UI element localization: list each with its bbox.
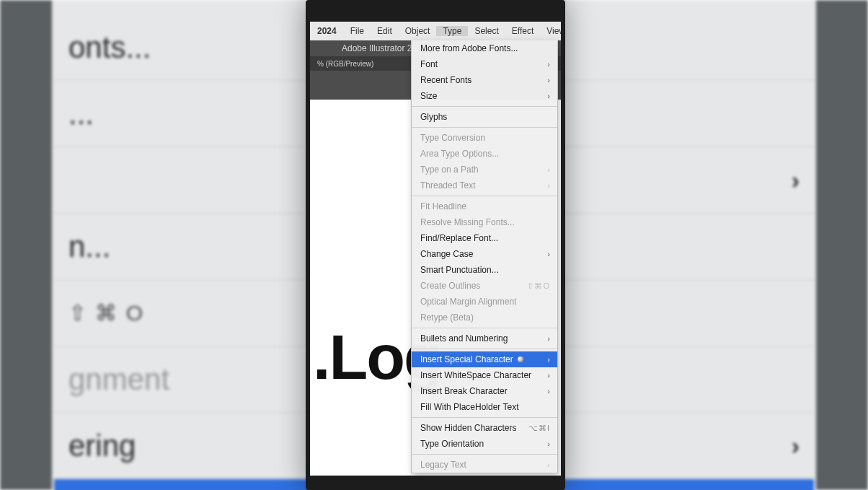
menu-item-label: Type Conversion: [420, 132, 485, 144]
menu-item-label: Glyphs: [420, 111, 447, 123]
app-year: 2024: [310, 26, 344, 36]
menu-item-insert-whitespace-character[interactable]: Insert WhiteSpace Character›: [412, 367, 557, 383]
menu-separator: [412, 106, 557, 107]
menu-separator: [412, 454, 557, 455]
menu-item-label: Optical Margin Alignment: [420, 296, 516, 307]
menu-item-label: Legacy Text: [420, 459, 466, 471]
menu-item-glyphs[interactable]: Glyphs: [412, 109, 557, 125]
menu-item-smart-punctuation[interactable]: Smart Punctuation...: [412, 262, 557, 278]
menu-item-size[interactable]: Size›: [412, 88, 557, 104]
menu-file[interactable]: File: [344, 26, 371, 36]
menu-item-retype-beta: Retype (Beta): [412, 310, 557, 325]
menu-item-label: Find/Replace Font...: [420, 232, 498, 244]
menu-item-insert-break-character[interactable]: Insert Break Character›: [412, 383, 557, 399]
menu-item-label: Change Case: [420, 248, 473, 260]
menu-item-label: Type Orientation: [420, 438, 484, 450]
chevron-right-icon: ›: [547, 459, 550, 471]
menu-separator: [412, 417, 557, 418]
menu-item-optical-margin-alignment: Optical Margin Alignment: [412, 294, 557, 310]
menu-item-label: Insert Break Character: [420, 385, 508, 397]
menu-item-label: Size: [420, 90, 437, 102]
menu-type[interactable]: Type: [436, 26, 468, 36]
menu-separator: [412, 196, 557, 196]
chevron-right-icon: ›: [547, 333, 550, 344]
menu-item-create-outlines: Create Outlines⇧⌘O: [412, 278, 557, 294]
window-title: Adobe Illustrator 20: [342, 43, 417, 53]
menu-select[interactable]: Select: [468, 26, 505, 36]
chevron-right-icon: ›: [547, 74, 550, 86]
chevron-right-icon: ›: [547, 385, 550, 397]
menu-item-type-orientation[interactable]: Type Orientation›: [412, 436, 557, 452]
phone-screen: 2024 FileEditObjectTypeSelectEffectViewW…: [310, 22, 561, 476]
menu-item-label: Insert Special Character: [420, 354, 523, 365]
menu-item-label: Create Outlines: [420, 280, 480, 292]
chevron-right-icon: ›: [547, 180, 550, 191]
menu-item-type-conversion: Type Conversion: [412, 130, 557, 146]
menu-effect[interactable]: Effect: [505, 26, 540, 36]
menu-item-label: Show Hidden Characters: [420, 422, 516, 434]
menu-edit[interactable]: Edit: [371, 26, 399, 36]
menu-item-more-from-adobe-fonts[interactable]: More from Adobe Fonts...: [412, 40, 557, 56]
menu-item-label: Bullets and Numbering: [420, 333, 508, 344]
chevron-right-icon: ›: [547, 369, 550, 381]
menu-item-bullets-and-numbering[interactable]: Bullets and Numbering›: [412, 331, 557, 346]
document-tab-text: % (RGB/Preview): [317, 60, 373, 68]
menu-item-area-type-options: Area Type Options...: [412, 146, 557, 162]
menu-view[interactable]: View: [540, 26, 561, 36]
chevron-right-icon: ›: [547, 58, 550, 70]
menu-item-label: Insert WhiteSpace Character: [420, 369, 531, 381]
menu-object[interactable]: Object: [399, 26, 437, 36]
chevron-right-icon: ›: [547, 248, 550, 260]
menu-item-label: Type on a Path: [420, 164, 479, 175]
menu-item-threaded-text: Threaded Text›: [412, 178, 557, 193]
menu-item-label: Fill With PlaceHolder Text: [420, 401, 519, 413]
chevron-right-icon: ›: [792, 432, 800, 460]
menu-item-type-on-a-path: Type on a Path›: [412, 162, 557, 178]
phone-frame: 2024 FileEditObjectTypeSelectEffectViewW…: [306, 0, 565, 490]
chevron-right-icon: ›: [547, 164, 550, 175]
chevron-right-icon: ›: [792, 166, 800, 194]
menu-item-label: Fit Headline: [420, 201, 466, 212]
menu-item-recent-fonts[interactable]: Recent Fonts›: [412, 72, 557, 88]
menu-item-label: Font: [420, 58, 438, 70]
menu-item-label: Smart Punctuation...: [420, 264, 499, 276]
shortcut-label: ⌥⌘I: [528, 422, 550, 434]
menu-item-show-hidden-characters[interactable]: Show Hidden Characters⌥⌘I: [412, 420, 557, 436]
menu-separator: [412, 328, 557, 328]
menu-item-legacy-text: Legacy Text›: [412, 457, 557, 473]
type-menu-dropdown: More from Adobe Fonts...Font›Recent Font…: [411, 40, 558, 473]
menu-separator: [412, 127, 557, 128]
menu-item-label: Recent Fonts: [420, 74, 471, 86]
menu-item-label: Resolve Missing Fonts...: [420, 216, 515, 228]
menu-item-find-replace-font[interactable]: Find/Replace Font...: [412, 230, 557, 246]
menubar: 2024 FileEditObjectTypeSelectEffectViewW…: [310, 22, 561, 40]
menu-item-insert-special-character[interactable]: Insert Special Character›: [412, 351, 557, 367]
chevron-right-icon: ›: [547, 354, 550, 365]
menu-item-label: More from Adobe Fonts...: [420, 43, 518, 54]
menu-item-label: Retype (Beta): [420, 312, 474, 323]
menu-separator: [412, 349, 557, 349]
menu-item-change-case[interactable]: Change Case›: [412, 246, 557, 262]
shortcut-label: ⇧⌘O: [527, 280, 550, 292]
menu-item-resolve-missing-fonts: Resolve Missing Fonts...: [412, 214, 557, 230]
menu-item-font[interactable]: Font›: [412, 56, 557, 72]
menu-item-label: Area Type Options...: [420, 148, 499, 159]
menu-item-label: Threaded Text: [420, 180, 476, 191]
chevron-right-icon: ›: [547, 438, 550, 450]
menu-item-fit-headline: Fit Headline: [412, 198, 557, 214]
cursor-dot-icon: [518, 356, 523, 362]
menu-item-fill-with-placeholder-text[interactable]: Fill With PlaceHolder Text: [412, 399, 557, 415]
chevron-right-icon: ›: [547, 90, 550, 102]
